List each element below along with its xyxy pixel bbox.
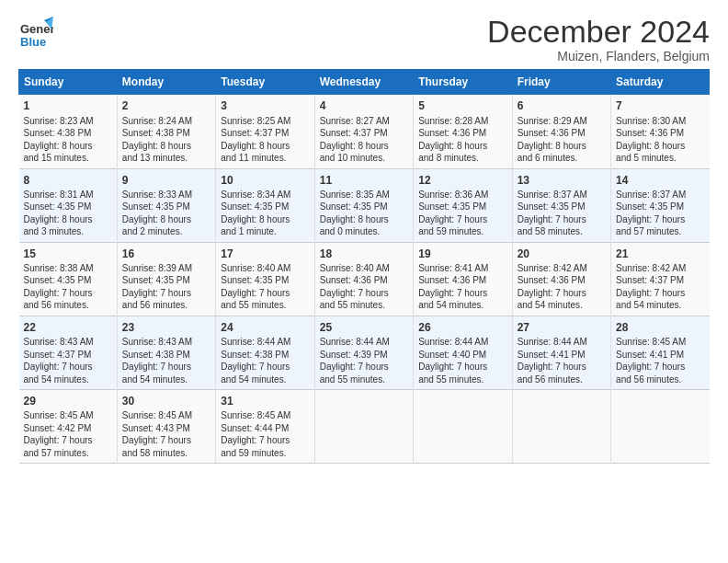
cell-info: and 55 minutes.	[221, 299, 309, 312]
day-number: 2	[122, 98, 210, 113]
day-number: 4	[320, 98, 408, 113]
cell-info: Sunset: 4:35 PM	[122, 274, 210, 287]
cell-info: Sunrise: 8:44 AM	[221, 336, 309, 349]
cell-info: Sunrise: 8:31 AM	[24, 189, 112, 201]
cell-info: and 57 minutes.	[616, 225, 704, 238]
cell-info: Sunrise: 8:23 AM	[24, 115, 112, 128]
cell-info: Sunrise: 8:44 AM	[418, 336, 506, 349]
calendar-table: SundayMondayTuesdayWednesdayThursdayFrid…	[18, 69, 710, 464]
calendar-cell	[314, 390, 413, 464]
cell-info: Sunrise: 8:43 AM	[122, 336, 210, 349]
cell-info: Sunset: 4:36 PM	[518, 127, 606, 140]
main-container: General Blue December 2024 Muizen, Fland…	[0, 0, 728, 473]
cell-info: and 11 minutes.	[221, 152, 309, 165]
cell-info: Daylight: 7 hours	[518, 361, 606, 373]
cell-info: Sunset: 4:36 PM	[616, 127, 704, 140]
day-number: 29	[24, 394, 112, 408]
cell-info: Daylight: 7 hours	[122, 434, 210, 447]
day-number: 27	[518, 320, 606, 335]
cell-info: Daylight: 7 hours	[24, 434, 112, 447]
day-number: 25	[320, 320, 408, 335]
header-row: SundayMondayTuesdayWednesdayThursdayFrid…	[19, 70, 710, 95]
calendar-cell: 24Sunrise: 8:44 AMSunset: 4:38 PMDayligh…	[216, 316, 314, 389]
cell-info: and 56 minutes.	[616, 373, 704, 386]
cell-info: Daylight: 8 hours	[320, 213, 408, 226]
cell-info: Sunset: 4:38 PM	[122, 127, 210, 140]
cell-info: and 57 minutes.	[24, 447, 112, 460]
cell-info: Daylight: 8 hours	[122, 140, 210, 153]
calendar-cell: 11Sunrise: 8:35 AMSunset: 4:35 PMDayligh…	[314, 168, 413, 242]
calendar-cell	[414, 390, 512, 464]
day-number: 18	[320, 247, 408, 261]
calendar-cell: 20Sunrise: 8:42 AMSunset: 4:36 PMDayligh…	[512, 242, 610, 316]
cell-info: Sunrise: 8:40 AM	[320, 262, 408, 275]
cell-info: Sunrise: 8:35 AM	[320, 189, 408, 201]
cell-info: Sunset: 4:37 PM	[320, 127, 408, 140]
day-number: 17	[221, 247, 309, 261]
cell-info: Sunset: 4:35 PM	[518, 201, 606, 213]
cell-info: Sunrise: 8:45 AM	[122, 409, 210, 422]
cell-info: Daylight: 7 hours	[616, 287, 704, 300]
cell-info: Daylight: 8 hours	[616, 140, 704, 153]
cell-info: and 3 minutes.	[24, 225, 112, 238]
calendar-cell: 27Sunrise: 8:44 AMSunset: 4:41 PMDayligh…	[512, 316, 610, 389]
calendar-cell: 26Sunrise: 8:44 AMSunset: 4:40 PMDayligh…	[414, 316, 512, 389]
week-row-2: 8Sunrise: 8:31 AMSunset: 4:35 PMDaylight…	[19, 168, 710, 242]
day-number: 22	[24, 320, 112, 335]
cell-info: and 0 minutes.	[320, 225, 408, 238]
cell-info: Sunrise: 8:28 AM	[418, 115, 506, 128]
calendar-cell: 9Sunrise: 8:33 AMSunset: 4:35 PMDaylight…	[117, 168, 215, 242]
day-number: 7	[616, 98, 704, 113]
cell-info: Daylight: 7 hours	[320, 361, 408, 373]
calendar-cell: 23Sunrise: 8:43 AMSunset: 4:38 PMDayligh…	[117, 316, 215, 389]
cell-info: Sunset: 4:38 PM	[122, 349, 210, 362]
calendar-cell	[512, 390, 610, 464]
cell-info: and 56 minutes.	[122, 299, 210, 312]
cell-info: and 54 minutes.	[24, 373, 112, 386]
cell-info: Daylight: 7 hours	[418, 287, 506, 300]
calendar-cell: 13Sunrise: 8:37 AMSunset: 4:35 PMDayligh…	[512, 168, 610, 242]
cell-info: Sunrise: 8:44 AM	[518, 336, 606, 349]
title-block: December 2024 Muizen, Flanders, Belgium	[487, 15, 710, 63]
cell-info: Daylight: 7 hours	[122, 287, 210, 300]
cell-info: Sunrise: 8:42 AM	[518, 262, 606, 275]
day-number: 3	[221, 98, 309, 113]
cell-info: Daylight: 7 hours	[616, 361, 704, 373]
header-cell-saturday: Saturday	[611, 70, 710, 95]
cell-info: Daylight: 7 hours	[320, 287, 408, 300]
calendar-cell: 3Sunrise: 8:25 AMSunset: 4:37 PMDaylight…	[216, 95, 314, 168]
cell-info: Daylight: 7 hours	[518, 287, 606, 300]
cell-info: Daylight: 8 hours	[320, 140, 408, 153]
header-cell-wednesday: Wednesday	[314, 70, 413, 95]
cell-info: Sunrise: 8:41 AM	[418, 262, 506, 275]
cell-info: and 15 minutes.	[24, 152, 112, 165]
cell-info: Sunset: 4:44 PM	[221, 422, 309, 435]
header: General Blue December 2024 Muizen, Fland…	[18, 15, 710, 63]
cell-info: Sunrise: 8:34 AM	[221, 189, 309, 201]
day-number: 12	[418, 173, 506, 188]
cell-info: Sunset: 4:41 PM	[616, 349, 704, 362]
calendar-cell: 29Sunrise: 8:45 AMSunset: 4:42 PMDayligh…	[19, 390, 118, 464]
cell-info: and 10 minutes.	[320, 152, 408, 165]
calendar-cell: 22Sunrise: 8:43 AMSunset: 4:37 PMDayligh…	[19, 316, 118, 389]
cell-info: Sunrise: 8:44 AM	[320, 336, 408, 349]
cell-info: Daylight: 7 hours	[418, 361, 506, 373]
day-number: 16	[122, 247, 210, 261]
cell-info: and 56 minutes.	[518, 373, 606, 386]
cell-info: Sunrise: 8:45 AM	[616, 336, 704, 349]
cell-info: Daylight: 8 hours	[221, 140, 309, 153]
cell-info: Sunrise: 8:30 AM	[616, 115, 704, 128]
cell-info: Sunrise: 8:33 AM	[122, 189, 210, 201]
calendar-cell: 2Sunrise: 8:24 AMSunset: 4:38 PMDaylight…	[117, 95, 215, 168]
calendar-cell: 17Sunrise: 8:40 AMSunset: 4:35 PMDayligh…	[216, 242, 314, 316]
cell-info: Daylight: 7 hours	[616, 213, 704, 226]
day-number: 6	[518, 98, 606, 113]
cell-info: Sunrise: 8:24 AM	[122, 115, 210, 128]
day-number: 14	[616, 173, 704, 188]
cell-info: Daylight: 7 hours	[221, 361, 309, 373]
day-number: 15	[24, 247, 112, 261]
cell-info: Sunrise: 8:25 AM	[221, 115, 309, 128]
week-row-1: 1Sunrise: 8:23 AMSunset: 4:38 PMDaylight…	[19, 95, 710, 168]
day-number: 31	[221, 394, 309, 408]
calendar-cell: 16Sunrise: 8:39 AMSunset: 4:35 PMDayligh…	[117, 242, 215, 316]
